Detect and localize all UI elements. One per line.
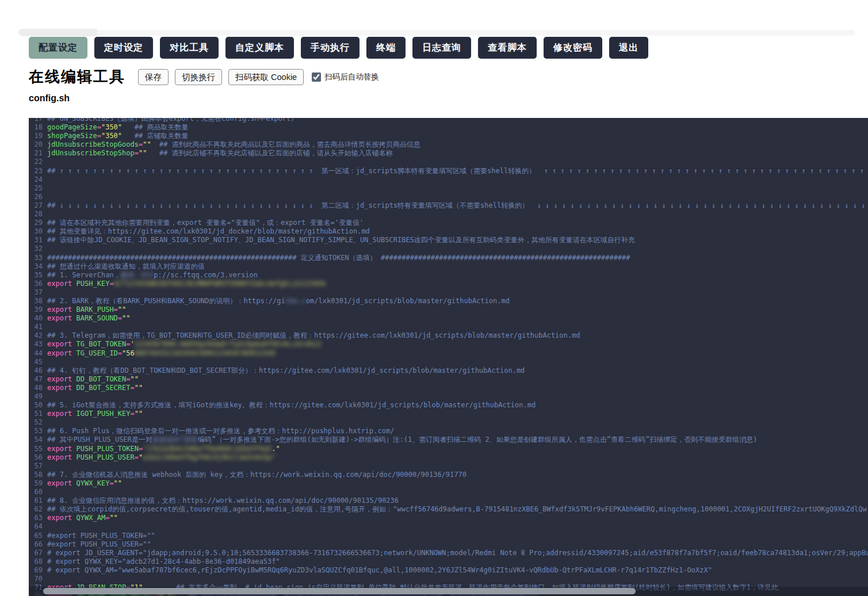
code-line[interactable]: 44export TG_USER_ID="5608976435218345678… <box>29 349 868 358</box>
nav-button-custom-script[interactable]: 自定义脚本 <box>225 37 294 59</box>
redacted-text: "1fe2a3b4c5d6e7f8a9b0c1d2e3f4a5 <box>143 445 272 453</box>
code-line[interactable]: 34## 想通过什么渠道收取通知，就填入对应渠道的值 <box>29 262 868 271</box>
code-token: PUSH_PLUS_TOKEN <box>77 445 139 453</box>
code-line[interactable]: 32 <box>29 244 868 253</box>
code-line[interactable]: 60 <box>29 488 868 496</box>
code-token: = <box>118 314 122 322</box>
line-number: 44 <box>29 349 43 358</box>
code-line[interactable]: 24 <box>29 175 868 184</box>
line-number: 43 <box>29 340 43 349</box>
code-line[interactable]: 66#export PUSH_PLUS_USER="" <box>29 540 868 549</box>
code-token: TG_BOT_TOKEN <box>77 340 127 348</box>
code-line[interactable]: 42## 3. Telegram，如需使用，TG_BOT_TOKEN和TG_US… <box>29 331 868 340</box>
code-line[interactable]: 65#export PUSH_PLUS_TOKEN="" <box>29 532 868 540</box>
code-line[interactable]: 30## 其他变量详见：https://gitee.com/lxk0301/jd… <box>29 227 868 236</box>
line-content: # export QYWX_KEY="adcb27d1-28c4-4abb-8e… <box>47 557 280 566</box>
code-line[interactable]: 17## UN_SUBSCRIBES（选填）由脚本会export，无需在conf… <box>29 118 868 123</box>
code-line[interactable]: 28 <box>29 210 868 219</box>
code-line[interactable]: 55export PUSH_PLUS_TOKEN="1fe2a3b4c5d6e7… <box>29 445 868 453</box>
code-token: export <box>47 514 77 522</box>
code-token: = <box>126 340 130 348</box>
horizontal-scrollbar-thumb[interactable] <box>43 588 636 594</box>
code-token: "" <box>135 384 143 392</box>
code-line[interactable]: 52 <box>29 418 868 427</box>
nav-button-log-query[interactable]: 日志查询 <box>412 37 471 59</box>
code-line[interactable]: 45 <box>29 358 868 366</box>
code-line[interactable]: 29## 请在本区域补充其他你需要用到变量，export 变量名="变量值"，或… <box>29 219 868 227</box>
code-line[interactable]: 38## 2. BARK，教程（看BARK_PUSH和BARK_SOUND的说明… <box>29 297 868 305</box>
auto-replace-label: 扫码后自动替换 <box>324 72 379 82</box>
code-line[interactable]: 50## 5. iGot聚合推送，支持多方式推送，填写iGot的推送key。教程… <box>29 401 868 410</box>
toggle-wrap-button[interactable]: 切换换行 <box>175 69 222 85</box>
code-line[interactable]: 36export PUSH_KEY=SCT12345ABCDEFGHIJKLMN… <box>29 280 868 288</box>
auto-replace-option[interactable]: 扫码后自动替换 <box>312 72 379 82</box>
code-line[interactable]: 35## 1. ServerChan，教程：http://sc.ftqq.com… <box>29 271 868 280</box>
code-token: 第一区域：jd_scripts脚本特有变量填写区域（需要shell转换的） <box>318 167 544 175</box>
code-line[interactable]: 33######################################… <box>29 254 868 262</box>
line-content: ## 3. Telegram，如需使用，TG_BOT_TOKEN和TG_USER… <box>47 331 580 339</box>
code-token: "" <box>131 375 139 383</box>
code-token: ↑ ↑ ↑ ↑ ↑ ↑ ↑ ↑ ↑ ↑ ↑ ↑ ↑ ↑ ↑ ↑ ↑ ↑ ↑ ↑ … <box>60 167 318 175</box>
code-line[interactable]: 69# export QYWX_AM="wwe5abaf787bf6cec6,r… <box>29 566 868 575</box>
code-token: = <box>131 384 135 392</box>
auto-replace-checkbox[interactable] <box>312 72 321 82</box>
nav-button-change-password[interactable]: 修改密码 <box>544 37 602 59</box>
code-line[interactable]: 23## ↑ ↑ ↑ ↑ ↑ ↑ ↑ ↑ ↑ ↑ ↑ ↑ ↑ ↑ ↑ ↑ ↑ ↑… <box>29 167 868 175</box>
line-number: 48 <box>29 384 43 392</box>
code-line[interactable]: 39export BARK_PUSH="" <box>29 305 868 314</box>
code-token: export <box>47 453 77 461</box>
nav-button-terminal[interactable]: 终端 <box>366 37 406 59</box>
scan-cookie-button[interactable]: 扫码获取 Cookie <box>228 69 304 85</box>
line-number: 36 <box>29 280 43 288</box>
line-content: ## 其中PUSH_PLUS_USER是一对多推送的“群组编码”（一对多推送下面… <box>47 435 757 444</box>
code-line[interactable]: 54## 其中PUSH_PLUS_USER是一对多推送的“群组编码”（一对多推送… <box>29 435 868 444</box>
nav-button-view-script[interactable]: 查看脚本 <box>478 37 537 59</box>
code-line[interactable]: 31## 该链接中除JD_COOKIE、JD_BEAN_SIGN_STOP_NO… <box>29 236 868 244</box>
nav-button-config-settings[interactable]: 配置设定 <box>29 37 87 59</box>
code-token: TG_USER_ID <box>77 349 118 357</box>
redacted-text: tee.c <box>285 297 306 305</box>
code-line[interactable]: 26 <box>29 193 868 201</box>
code-token: ## 7. 企业微信机器人消息推送 webhook 后面的 key，文档：htt… <box>47 471 466 479</box>
save-button[interactable]: 保存 <box>138 69 169 85</box>
code-line[interactable]: 19shopPageSize="350" ## 店铺取关数量 <box>29 132 868 140</box>
code-line[interactable]: 48export DD_BOT_SECRET="" <box>29 384 868 392</box>
code-line[interactable]: 68# export QYWX_KEY="adcb27d1-28c4-4abb-… <box>29 557 868 566</box>
code-line[interactable]: 63export QYWX_AM="" <box>29 514 868 522</box>
code-line[interactable]: 27## ↓ ↓ ↓ ↓ ↓ ↓ ↓ ↓ ↓ ↓ ↓ ↓ ↓ ↓ ↓ ↓ ↓ ↓… <box>29 201 868 210</box>
code-line[interactable]: 43export TG_BOT_TOKEN='1234567890:AAEhGp… <box>29 340 868 349</box>
nav-button-manual-run[interactable]: 手动执行 <box>301 37 360 59</box>
code-line[interactable]: 25 <box>29 184 868 193</box>
code-line[interactable]: 53## 6. Push Plus，微信扫码登录后一对一推送或一对多推送，参考文… <box>29 427 868 435</box>
code-line[interactable]: 58## 7. 企业微信机器人消息推送 webhook 后面的 key，文档：h… <box>29 471 868 479</box>
code-token: export <box>47 305 77 314</box>
code-line[interactable]: 41 <box>29 323 868 331</box>
nav-button-schedule-settings[interactable]: 定时设定 <box>94 37 153 59</box>
line-content: export BARK_PUSH="" <box>47 305 126 314</box>
nav-button-compare-tool[interactable]: 对比工具 <box>160 37 219 59</box>
nav-button-logout[interactable]: 退出 <box>609 37 648 59</box>
code-line[interactable]: 47export DD_BOT_TOKEN="" <box>29 375 868 384</box>
code-line[interactable]: 64 <box>29 522 868 531</box>
code-line[interactable]: 21jdUnsubscribeStopShop="" ## 遇到此店铺不再取关此… <box>29 149 868 158</box>
code-line[interactable]: 67# export JD_USER_AGENT="jdapp;android;… <box>29 549 868 557</box>
code-line[interactable]: 18goodPageSize="350" ## 商品取关数量 <box>29 123 868 132</box>
code-line[interactable]: 56export PUSH_PLUS_USER="a1b2c3d4e5f6g7h… <box>29 453 868 462</box>
code-line[interactable]: 46## 4. 钉钉，教程（看DD_BOT_TOKEN和DD_BOT_SECRE… <box>29 366 868 375</box>
code-line[interactable]: 37 <box>29 288 868 297</box>
code-line[interactable]: 61## 8. 企业微信应用消息推送的值，文档：https://work.wei… <box>29 496 868 505</box>
code-line[interactable]: 20jdUnsubscribeStopGoods="" ## 遇到此商品不再取关… <box>29 140 868 149</box>
code-line[interactable]: 62## 依次填上corpid的值,corpsecret的值,touser的值,… <box>29 505 868 514</box>
line-content: jdUnsubscribeStopShop="" ## 遇到此店铺不再取关此店铺… <box>47 149 393 157</box>
code-line[interactable]: 40export BARK_SOUND="" <box>29 314 868 323</box>
code-line[interactable]: 51export IGOT_PUSH_KEY="" <box>29 410 868 418</box>
code-editor[interactable]: 17## UN_SUBSCRIBES（选填）由脚本会export，无需在conf… <box>29 118 868 596</box>
code-line[interactable]: 49 <box>29 392 868 401</box>
code-line[interactable]: 22 <box>29 158 868 166</box>
code-line[interactable]: 59export QYWX_KEY="" <box>29 479 868 488</box>
line-number: 67 <box>29 549 43 557</box>
code-token: # export QYWX_AM="wwe5abaf787bf6cec6,rEj… <box>47 566 712 574</box>
code-line[interactable]: 57 <box>29 462 868 471</box>
line-number: 52 <box>29 418 43 427</box>
code-line[interactable]: 70 <box>29 575 868 583</box>
